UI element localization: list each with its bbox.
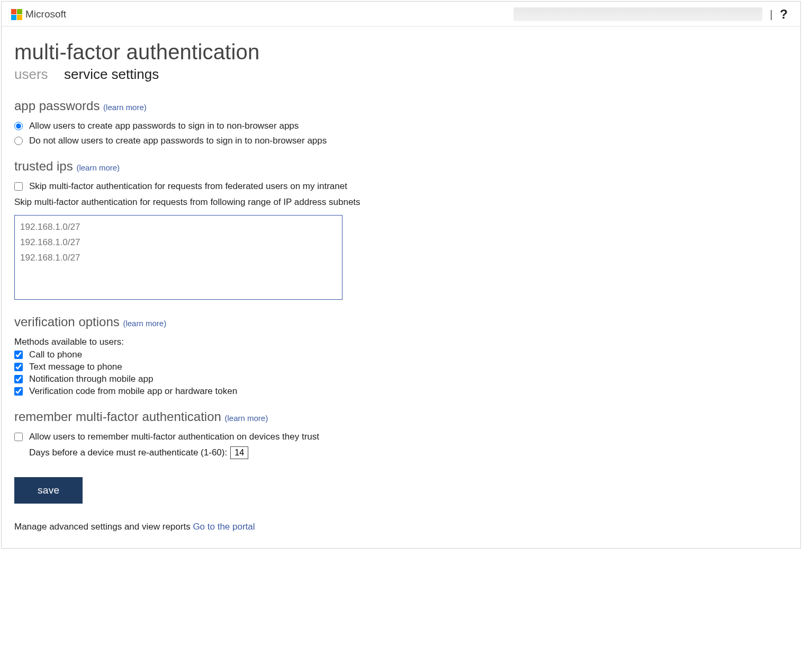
section-app-passwords: app passwords (learn more) xyxy=(14,98,788,113)
brand-logo: Microsoft xyxy=(11,8,66,20)
checkbox-remember-mfa-label: Allow users to remember multi-factor aut… xyxy=(29,432,319,442)
checkbox-method-notification-label: Notification through mobile app xyxy=(29,374,153,384)
learn-more-trusted-ips[interactable]: (learn more) xyxy=(76,163,120,172)
checkbox-remember-mfa-input[interactable] xyxy=(14,433,23,441)
radio-allow-app-passwords[interactable]: Allow users to create app passwords to s… xyxy=(14,121,788,131)
checkbox-method-notification-input[interactable] xyxy=(14,375,23,383)
section-title-text: trusted ips xyxy=(14,159,73,173)
checkbox-method-text-label: Text message to phone xyxy=(29,362,122,372)
checkbox-method-call[interactable]: Call to phone xyxy=(14,350,788,360)
checkbox-method-code-input[interactable] xyxy=(14,387,23,396)
checkbox-skip-federated-label: Skip multi-factor authentication for req… xyxy=(29,181,347,192)
brand-text: Microsoft xyxy=(25,8,66,20)
learn-more-verification[interactable]: (learn more) xyxy=(123,319,166,328)
footer: Manage advanced settings and view report… xyxy=(14,522,788,532)
save-button[interactable]: save xyxy=(14,477,83,504)
days-label: Days before a device must re-authenticat… xyxy=(29,447,227,458)
ip-range-label: Skip multi-factor authentication for req… xyxy=(14,197,788,208)
days-input[interactable] xyxy=(230,446,248,459)
checkbox-method-notification[interactable]: Notification through mobile app xyxy=(14,374,788,384)
radio-allow-input[interactable] xyxy=(14,122,23,130)
account-area-redacted xyxy=(513,7,762,21)
radio-deny-label: Do not allow users to create app passwor… xyxy=(29,136,327,146)
learn-more-remember-mfa[interactable]: (learn more) xyxy=(225,414,268,423)
section-trusted-ips: trusted ips (learn more) xyxy=(14,159,788,174)
section-remember-mfa: remember multi-factor authentication (le… xyxy=(14,409,788,424)
footer-text: Manage advanced settings and view report… xyxy=(14,522,191,532)
learn-more-app-passwords[interactable]: (learn more) xyxy=(103,103,147,112)
tab-service-settings[interactable]: service settings xyxy=(64,66,159,83)
section-title-text: verification options xyxy=(14,315,120,329)
ip-range-textarea[interactable] xyxy=(14,215,343,300)
microsoft-icon xyxy=(11,9,22,20)
checkbox-method-text-input[interactable] xyxy=(14,363,23,371)
tab-users[interactable]: users xyxy=(14,66,48,83)
footer-portal-link[interactable]: Go to the portal xyxy=(193,522,255,532)
topbar-separator: | xyxy=(770,8,772,21)
tabs: users service settings xyxy=(14,66,788,83)
topbar: Microsoft | ? xyxy=(2,2,800,26)
section-title-text: app passwords xyxy=(14,98,100,113)
checkbox-remember-mfa[interactable]: Allow users to remember multi-factor aut… xyxy=(14,432,788,442)
checkbox-method-call-input[interactable] xyxy=(14,351,23,359)
section-title-text: remember multi-factor authentication xyxy=(14,409,221,424)
checkbox-method-code-label: Verification code from mobile app or har… xyxy=(29,386,237,397)
checkbox-method-call-label: Call to phone xyxy=(29,350,82,360)
section-verification-options: verification options (learn more) xyxy=(14,315,788,329)
help-icon[interactable]: ? xyxy=(780,7,791,22)
page-title: multi-factor authentication xyxy=(14,40,788,64)
checkbox-method-code[interactable]: Verification code from mobile app or har… xyxy=(14,386,788,397)
checkbox-skip-federated[interactable]: Skip multi-factor authentication for req… xyxy=(14,181,788,192)
radio-allow-label: Allow users to create app passwords to s… xyxy=(29,121,299,131)
radio-deny-app-passwords[interactable]: Do not allow users to create app passwor… xyxy=(14,136,788,146)
methods-available-label: Methods available to users: xyxy=(14,337,788,347)
days-row: Days before a device must re-authenticat… xyxy=(29,446,788,459)
checkbox-skip-federated-input[interactable] xyxy=(14,182,23,191)
checkbox-method-text[interactable]: Text message to phone xyxy=(14,362,788,372)
radio-deny-input[interactable] xyxy=(14,137,23,145)
